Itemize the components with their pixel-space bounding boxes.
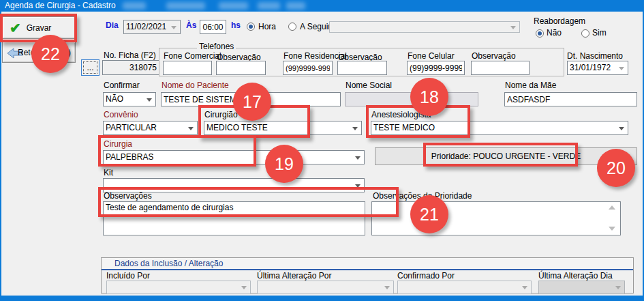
obs-residencial-input[interactable]: [337, 61, 387, 75]
a-seguir-combo[interactable]: [329, 21, 520, 33]
convenio-value: PARTICULAR: [106, 123, 157, 132]
chevron-down-icon: [522, 286, 527, 289]
annotation-rect-cirurgia: [98, 135, 256, 167]
confirmar-value: NÃO: [106, 94, 123, 104]
browse-ficha-button[interactable]: ...: [81, 59, 99, 76]
confirmar-combo[interactable]: NÃO: [103, 92, 156, 106]
annotation-circle-18: 18: [410, 78, 448, 116]
scrollbar-up-arrow[interactable]: [609, 205, 615, 210]
fone-residencial-input[interactable]: [283, 61, 333, 75]
annotation-rect-observacoes: [98, 187, 399, 217]
annotation-rect-prioridade: [423, 143, 578, 167]
title-bar: Agenda de Cirurgia - Cadastro: [0, 0, 644, 12]
window-title: Agenda de Cirurgia - Cadastro: [5, 1, 116, 10]
annotation-circle-22: 22: [31, 35, 70, 73]
chevron-down-icon: [615, 286, 621, 289]
fone-celular-input[interactable]: [407, 61, 465, 75]
chevron-down-icon: [510, 26, 516, 29]
dados-inclusao-header: Dados da Inclusão / Alteração: [102, 258, 633, 270]
nome-social-label: Nome Social: [346, 81, 392, 90]
ficha-label: No. Ficha (F2): [104, 51, 156, 60]
chevron-down-icon: [147, 98, 152, 102]
chevron-down-icon: [384, 286, 390, 289]
dia-date-combo[interactable]: 11/02/2021: [123, 20, 181, 34]
window-bottom-bar: [0, 296, 644, 301]
fone-celular-label: Fone Celular: [408, 52, 455, 61]
redacted-text-blur: [166, 2, 205, 10]
reabordagem-label: Reabordagem: [534, 17, 585, 26]
chevron-down-icon: [355, 156, 361, 160]
chevron-down-icon: [188, 127, 194, 130]
ultima-alteracao-dia-label: Última Alteração Dia: [538, 272, 613, 281]
reabordagem-sim-label: Sim: [592, 29, 607, 38]
redacted-text-blur: [286, 2, 305, 10]
dados-inclusao-header-label: Dados da Inclusão / Alteração: [114, 259, 223, 268]
dia-label: Dia: [106, 21, 119, 30]
dt-nascimento-combo[interactable]: 31/01/1972: [567, 61, 628, 75]
dia-date-value: 11/02/2021: [126, 22, 166, 31]
fone-residencial-label: Fone Residencial: [283, 52, 347, 61]
obs-celular-input[interactable]: [471, 61, 530, 75]
chevron-down-icon: [171, 26, 177, 29]
surgery-schedule-window: Agenda de Cirurgia - Cadastro ✔ Gravar R…: [0, 0, 644, 301]
convenio-label: Convênio: [104, 111, 138, 119]
obs-comercial-input[interactable]: [216, 61, 266, 75]
fone-comercial-input[interactable]: [163, 61, 212, 75]
hs-label: hs: [231, 21, 241, 30]
as-label: Às: [186, 21, 196, 30]
dt-nascimento-label: Dt. Nascimento: [567, 52, 623, 61]
convenio-combo[interactable]: PARTICULAR: [103, 121, 198, 135]
nome-mae-input[interactable]: [504, 92, 637, 106]
hora-radio[interactable]: [247, 23, 255, 31]
hora-input[interactable]: [200, 20, 226, 34]
confirmado-por-combo[interactable]: [397, 281, 532, 294]
ultima-alteracao-por-label: Última Alteração Por: [257, 272, 331, 281]
reabordagem-sim-radio[interactable]: [581, 29, 589, 38]
redacted-text-blur: [258, 2, 280, 10]
kit-label: Kit: [104, 169, 113, 177]
ultima-alteracao-dia-combo[interactable]: [538, 281, 625, 294]
dt-nascimento-value: 31/01/1972: [570, 63, 611, 72]
chevron-down-icon: [619, 127, 624, 130]
hora-radio-label: Hora: [258, 23, 276, 31]
scrollbar-down-arrow[interactable]: [609, 227, 615, 231]
confirmar-label: Confirmar: [104, 81, 140, 90]
nome-paciente-label: Nome do Paciente: [162, 81, 229, 90]
reabordagem-nao-label: Não: [547, 29, 562, 38]
incluido-por-label: Incluído Por: [106, 272, 150, 281]
redacted-text-blur: [123, 2, 146, 10]
browse-ficha-label: ...: [83, 61, 97, 74]
observacoes-prioridade-textarea[interactable]: [371, 201, 621, 235]
annotation-circle-17: 17: [233, 83, 271, 121]
nome-mae-label: Nome da Mãe: [505, 81, 556, 90]
a-seguir-radio-label: A Seguir: [300, 23, 331, 31]
annotation-circle-20: 20: [597, 149, 635, 187]
annotation-circle-21: 21: [410, 195, 448, 233]
telefones-group-label: Telefones: [197, 42, 236, 51]
a-seguir-radio[interactable]: [288, 23, 296, 31]
redacted-text-blur: [219, 2, 248, 10]
window-left-border: [0, 12, 1, 301]
fone-comercial-label: Fone Comercial: [164, 52, 221, 61]
confirmado-por-label: Confirmado Por: [397, 272, 455, 281]
incluido-por-combo[interactable]: [106, 281, 251, 294]
obs-celular-label: Observação: [472, 52, 516, 61]
ficha-input[interactable]: [102, 60, 159, 75]
ultima-alteracao-por-combo[interactable]: [257, 281, 394, 294]
chevron-down-icon: [619, 67, 624, 70]
chevron-down-icon: [241, 286, 247, 289]
annotation-circle-19: 19: [265, 145, 303, 183]
chevron-down-icon: [352, 127, 358, 130]
reabordagem-nao-radio[interactable]: [536, 29, 544, 38]
